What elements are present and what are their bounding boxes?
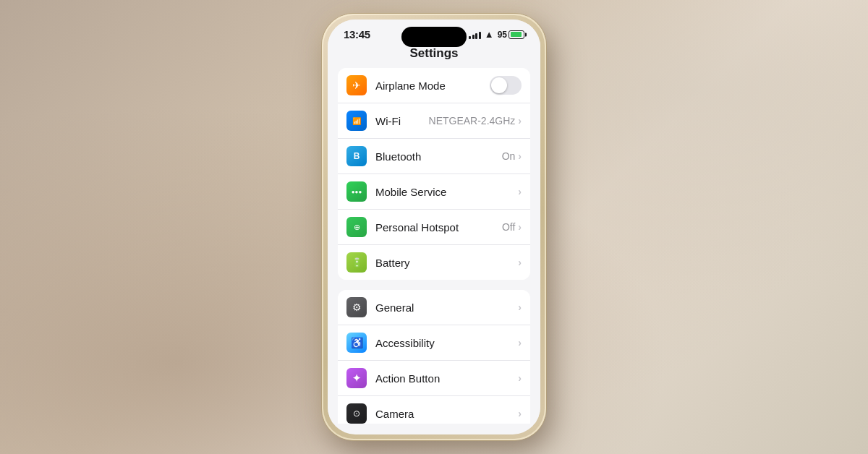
- bluetooth-value: On: [502, 150, 516, 162]
- accessibility-label: Accessibility: [375, 337, 518, 349]
- wifi-label: Wi-Fi: [375, 115, 429, 127]
- dynamic-island: [401, 27, 467, 47]
- personal-hotspot-icon: ⊕: [346, 217, 367, 237]
- scene: 13:45 ▲ 95: [0, 0, 868, 454]
- action-button-chevron-icon: ›: [518, 372, 522, 384]
- signal-bar-3: [475, 33, 477, 39]
- airplane-mode-icon: ✈: [346, 75, 367, 95]
- phone-wrapper: 13:45 ▲ 95: [322, 14, 546, 440]
- settings-page-title: Settings: [328, 43, 540, 68]
- bluetooth-chevron-icon: ›: [518, 150, 522, 162]
- general-chevron-icon: ›: [518, 301, 522, 313]
- mobile-service-chevron-icon: ›: [518, 186, 522, 197]
- battery-chevron-icon: ›: [518, 257, 522, 268]
- signal-bar-4: [479, 32, 481, 39]
- personal-hotspot-label: Personal Hotspot: [375, 221, 502, 234]
- wifi-icon: ▲: [485, 29, 494, 40]
- battery-settings-icon: 🔋: [346, 252, 367, 273]
- row-battery[interactable]: 🔋 Battery ›: [338, 245, 530, 280]
- row-action-button[interactable]: ✦ Action Button ›: [338, 361, 530, 396]
- phone-frame: 13:45 ▲ 95: [322, 14, 546, 440]
- airplane-mode-label: Airplane Mode: [375, 80, 490, 92]
- row-general[interactable]: ⚙ General ›: [338, 290, 530, 325]
- row-airplane-mode[interactable]: ✈ Airplane Mode: [338, 68, 530, 103]
- camera-chevron-icon: ›: [518, 408, 522, 419]
- wifi-settings-icon: 📶: [346, 111, 367, 131]
- personal-hotspot-value: Off: [502, 221, 515, 233]
- toggle-thumb: [491, 77, 507, 93]
- accessibility-chevron-icon: ›: [518, 337, 522, 348]
- accessibility-icon: ♿: [346, 333, 367, 353]
- battery-percent: 95: [498, 30, 507, 40]
- mobile-service-label: Mobile Service: [375, 186, 518, 198]
- action-button-icon: ✦: [346, 368, 367, 388]
- row-bluetooth[interactable]: B Bluetooth On ›: [338, 139, 530, 174]
- signal-bar-2: [472, 35, 475, 39]
- camera-icon: ⊙: [346, 403, 367, 424]
- personal-hotspot-chevron-icon: ›: [518, 221, 522, 233]
- settings-group-connectivity: ✈ Airplane Mode 📶 Wi-Fi NETGEAR-2.4GHz ›: [338, 68, 530, 280]
- action-button-label: Action Button: [375, 372, 518, 385]
- bluetooth-label: Bluetooth: [375, 150, 502, 163]
- signal-bar-1: [469, 36, 471, 39]
- bluetooth-icon: B: [346, 146, 367, 166]
- airplane-mode-toggle[interactable]: [490, 76, 522, 95]
- status-time: 13:45: [344, 28, 370, 40]
- general-icon: ⚙: [346, 297, 367, 317]
- status-icons: ▲ 95: [469, 29, 524, 40]
- settings-group-general: ⚙ General › ♿ Accessibility › ✦ Action B…: [338, 290, 530, 424]
- battery-icon: [509, 30, 524, 39]
- row-mobile-service[interactable]: ●●● Mobile Service ›: [338, 174, 530, 210]
- signal-bars-icon: [469, 30, 481, 39]
- row-personal-hotspot[interactable]: ⊕ Personal Hotspot Off ›: [338, 210, 530, 245]
- battery-label: Battery: [375, 257, 518, 269]
- battery-status: 95: [498, 30, 524, 40]
- row-wifi[interactable]: 📶 Wi-Fi NETGEAR-2.4GHz ›: [338, 103, 530, 139]
- wifi-value: NETGEAR-2.4GHz: [429, 115, 516, 127]
- wifi-chevron-icon: ›: [518, 115, 522, 127]
- phone-screen: 13:45 ▲ 95: [328, 20, 540, 434]
- general-label: General: [375, 301, 518, 314]
- battery-fill: [511, 32, 522, 37]
- row-camera[interactable]: ⊙ Camera ›: [338, 396, 530, 424]
- status-bar: 13:45 ▲ 95: [328, 20, 540, 43]
- settings-content: Settings ✈ Airplane Mode 📶 Wi-Fi: [328, 43, 540, 424]
- mobile-service-icon: ●●●: [346, 181, 367, 202]
- camera-label: Camera: [375, 408, 518, 420]
- row-accessibility[interactable]: ♿ Accessibility ›: [338, 325, 530, 361]
